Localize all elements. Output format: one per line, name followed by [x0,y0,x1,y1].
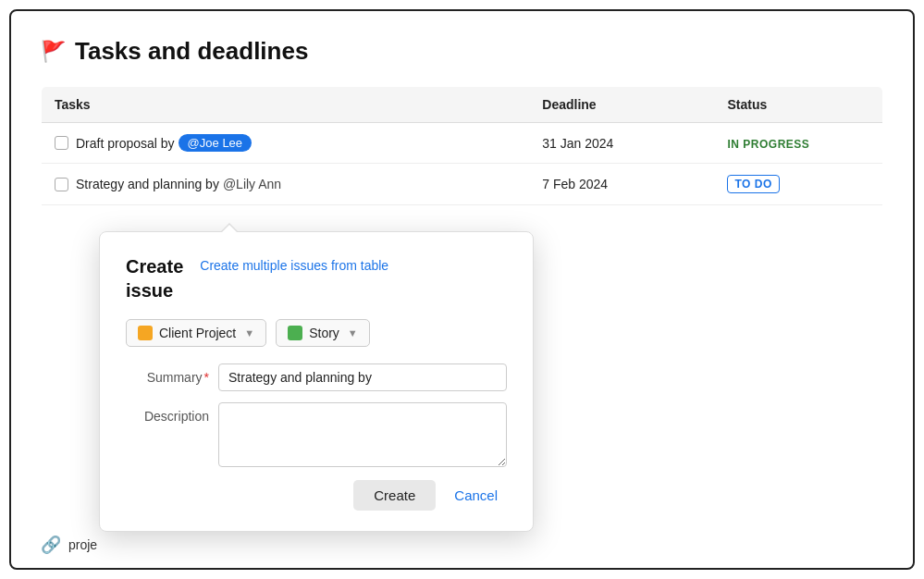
checkbox-2[interactable] [55,178,68,191]
mention-badge-1[interactable]: @Joe Lee [179,134,252,152]
col-header-deadline: Deadline [529,87,714,123]
table-row: Strategy and planning by @Lily Ann 7 Feb… [42,164,883,205]
project-label: Client Project [159,326,236,340]
page-title: Tasks and deadlines [75,37,308,66]
table-row: Draft proposal by @Joe Lee 31 Jan 2024 I… [42,123,883,164]
popup-dropdowns: Client Project ▼ Story ▼ [126,319,507,347]
description-row: Description [126,402,507,467]
popup-title: Create issue [126,254,183,302]
page-title-row: 🚩 Tasks and deadlines [41,37,883,66]
popup-header: Create issue Create multiple issues from… [126,254,507,302]
description-label: Description [126,402,209,424]
bottom-link-text: proje [68,537,97,552]
col-header-task: Tasks [42,87,530,123]
required-star: * [204,370,209,385]
task-text-2: Strategy and planning by [76,177,219,191]
cancel-button[interactable]: Cancel [445,480,507,511]
description-textarea[interactable] [218,402,507,467]
issue-type-label: Story [309,326,339,340]
flag-icon: 🚩 [41,40,66,64]
deadline-cell-2: 7 Feb 2024 [529,164,714,205]
status-badge-2: TO DO [727,175,779,193]
create-button[interactable]: Create [353,480,436,511]
task-text-1: Draft proposal by [76,136,175,151]
create-multiple-link[interactable]: Create multiple issues from table [200,254,388,273]
mention-plain-2: @Lily Ann [223,177,281,191]
create-issue-popup: Create issue Create multiple issues from… [99,231,534,532]
bottom-bar: 🔗 proje [41,535,97,555]
popup-caret [220,223,239,232]
issue-type-dropdown[interactable]: Story ▼ [276,319,370,347]
checkbox-1[interactable] [55,136,68,150]
summary-input[interactable] [218,363,507,391]
status-badge-1: IN PROGRESS [727,138,809,151]
project-chevron-icon: ▼ [244,327,254,339]
task-cell-2: Strategy and planning by @Lily Ann [55,177,516,191]
link-icon: 🔗 [41,535,61,555]
project-dropdown[interactable]: Client Project ▼ [126,319,266,347]
popup-actions: Create Cancel [126,480,507,511]
task-cell-1: Draft proposal by @Joe Lee [55,134,516,152]
tasks-table: Tasks Deadline Status Draft proposal by … [41,86,883,240]
summary-label: Summary* [126,363,209,385]
issue-type-chevron-icon: ▼ [348,327,358,339]
deadline-cell-1: 31 Jan 2024 [529,123,714,164]
project-icon [138,326,153,340]
page-container: 🚩 Tasks and deadlines Tasks Deadline Sta… [9,9,915,570]
summary-row: Summary* [126,363,507,391]
col-header-status: Status [714,87,882,123]
story-icon [288,326,302,340]
